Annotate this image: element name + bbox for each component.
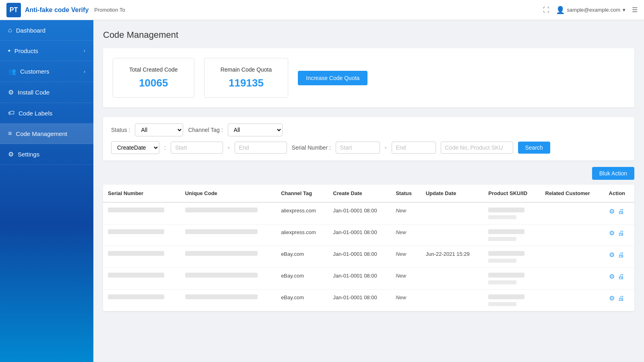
bulk-row: Bluk Action bbox=[103, 167, 634, 180]
cell-related-customer bbox=[541, 202, 604, 224]
remain-quota-card: Remain Code Quota 119135 bbox=[204, 58, 289, 98]
main-content: Code Management Total Created Code 10065… bbox=[93, 20, 644, 362]
serial-dash: - bbox=[385, 144, 387, 151]
search-button[interactable]: Search bbox=[518, 142, 550, 154]
filter-row-1: Status : All New Used Channel Tag : All … bbox=[111, 123, 626, 136]
app-subtitle: Promotion To bbox=[94, 7, 125, 13]
status-select[interactable]: All New Used bbox=[135, 123, 183, 136]
date-start-input[interactable] bbox=[171, 142, 223, 154]
col-create-date: Create Date bbox=[328, 185, 391, 202]
sidebar-item-label-products: Products bbox=[14, 47, 38, 54]
sidebar-item-label-code-labels: Code Labels bbox=[19, 110, 52, 117]
cell-related-customer bbox=[541, 224, 604, 246]
settings-action-icon[interactable]: ⚙ bbox=[609, 229, 615, 237]
sidebar-item-dashboard[interactable]: ⌂ Dashboard bbox=[0, 20, 93, 41]
cell-update-date: Jun-22-2021 15:29 bbox=[421, 246, 484, 268]
cell-product-sku bbox=[483, 246, 540, 268]
channel-label: Channel Tag : bbox=[188, 127, 223, 133]
customers-icon: 👥 bbox=[8, 68, 16, 75]
sidebar-item-code-labels[interactable]: 🏷 Code Labels bbox=[0, 103, 93, 123]
status-label: Status : bbox=[111, 127, 130, 133]
serial-start-input[interactable] bbox=[336, 142, 380, 154]
cell-create-date: Jan-01-0001 08:00 bbox=[328, 268, 391, 290]
channel-select[interactable]: All aliexpress.com eBay.com bbox=[228, 123, 283, 136]
filter-row-2: CreateDate UpdateDate : - Serial Number … bbox=[111, 141, 626, 154]
filter-section: Status : All New Used Channel Tag : All … bbox=[103, 117, 634, 160]
logo-box: PT bbox=[6, 3, 21, 17]
bulk-action-button[interactable]: Bluk Action bbox=[592, 167, 634, 180]
table-row: eBay.comJan-01-0001 08:00New ⚙ 🖨 bbox=[103, 268, 634, 290]
print-action-icon[interactable]: 🖨 bbox=[618, 208, 624, 215]
cell-channel-tag: eBay.com bbox=[276, 268, 328, 290]
cell-action: ⚙ 🖨 bbox=[604, 290, 634, 311]
cell-status: New bbox=[391, 246, 421, 268]
cell-action: ⚙ 🖨 bbox=[604, 268, 634, 290]
sidebar-item-install-code[interactable]: ⚙ Install Code bbox=[0, 82, 93, 103]
cell-update-date bbox=[421, 268, 484, 290]
cell-unique-code bbox=[180, 202, 276, 224]
dashboard-icon: ⌂ bbox=[8, 27, 12, 34]
col-action: Action bbox=[604, 185, 634, 202]
print-action-icon[interactable]: 🖨 bbox=[618, 273, 624, 280]
serial-end-input[interactable] bbox=[392, 142, 436, 154]
hamburger-icon[interactable]: ☰ bbox=[632, 6, 638, 14]
codes-table: Serial Number Unique Code Channel Tag Cr… bbox=[103, 185, 634, 311]
cell-related-customer bbox=[541, 268, 604, 290]
settings-action-icon[interactable]: ⚙ bbox=[609, 251, 615, 259]
cell-serial-number bbox=[103, 246, 180, 268]
settings-action-icon[interactable]: ⚙ bbox=[609, 273, 615, 280]
fullscreen-icon[interactable]: ⛶ bbox=[543, 6, 549, 14]
user-menu[interactable]: 👤 sample@example.com ▾ bbox=[556, 6, 625, 14]
increase-code-quota-button[interactable]: Increase Code Quota bbox=[298, 71, 367, 85]
settings-action-icon[interactable]: ⚙ bbox=[609, 208, 615, 215]
cell-status: New bbox=[391, 268, 421, 290]
logo-text: PT bbox=[10, 6, 18, 14]
cell-create-date: Jan-01-0001 08:00 bbox=[328, 202, 391, 224]
cell-unique-code bbox=[180, 246, 276, 268]
date-end-input[interactable] bbox=[235, 142, 287, 154]
col-channel-tag: Channel Tag bbox=[276, 185, 328, 202]
sidebar-item-customers[interactable]: 👥 Customers › bbox=[0, 61, 93, 82]
cell-unique-code bbox=[180, 268, 276, 290]
user-dropdown-arrow: ▾ bbox=[623, 7, 625, 13]
cell-channel-tag: eBay.com bbox=[276, 290, 328, 311]
table-section: Serial Number Unique Code Channel Tag Cr… bbox=[103, 185, 634, 311]
sidebar-item-label-customers: Customers bbox=[20, 68, 50, 75]
cell-update-date bbox=[421, 290, 484, 311]
sidebar-item-label-code-management: Code Management bbox=[16, 130, 67, 137]
cell-channel-tag: eBay.com bbox=[276, 246, 328, 268]
code-search-input[interactable] bbox=[441, 142, 513, 154]
products-icon: ▪ bbox=[8, 47, 10, 54]
sidebar: ⌂ Dashboard ▪ Products › 👥 Customers › ⚙… bbox=[0, 20, 93, 362]
table-row: aliexpress.comJan-01-0001 08:00New ⚙ 🖨 bbox=[103, 224, 634, 246]
col-status: Status bbox=[391, 185, 421, 202]
header-right: ⛶ 👤 sample@example.com ▾ ☰ bbox=[543, 6, 638, 14]
stats-section: Total Created Code 10065 Remain Code Quo… bbox=[103, 48, 634, 107]
cell-channel-tag: aliexpress.com bbox=[276, 224, 328, 246]
settings-icon: ⚙ bbox=[8, 150, 14, 158]
cell-create-date: Jan-01-0001 08:00 bbox=[328, 246, 391, 268]
layout: ⌂ Dashboard ▪ Products › 👥 Customers › ⚙… bbox=[0, 20, 644, 362]
date-dash: - bbox=[228, 144, 230, 151]
cell-related-customer bbox=[541, 290, 604, 311]
user-icon: 👤 bbox=[556, 6, 565, 14]
total-created-value: 10065 bbox=[129, 77, 178, 89]
sidebar-item-products[interactable]: ▪ Products › bbox=[0, 41, 93, 61]
cell-create-date: Jan-01-0001 08:00 bbox=[328, 290, 391, 311]
table-row: eBay.comJan-01-0001 08:00NewJun-22-2021 … bbox=[103, 246, 634, 268]
products-arrow: › bbox=[84, 48, 85, 53]
app-title: Anti-fake code Verify bbox=[25, 6, 89, 14]
date-type-select[interactable]: CreateDate UpdateDate bbox=[111, 141, 159, 154]
sidebar-item-code-management[interactable]: ≡ Code Management bbox=[0, 123, 93, 144]
page-title: Code Management bbox=[103, 30, 634, 40]
customers-arrow: › bbox=[84, 69, 85, 74]
print-action-icon[interactable]: 🖨 bbox=[618, 230, 624, 237]
cell-update-date bbox=[421, 224, 484, 246]
cell-serial-number bbox=[103, 224, 180, 246]
settings-action-icon[interactable]: ⚙ bbox=[609, 294, 615, 302]
table-header-row: Serial Number Unique Code Channel Tag Cr… bbox=[103, 185, 634, 202]
print-action-icon[interactable]: 🖨 bbox=[618, 295, 624, 302]
print-action-icon[interactable]: 🖨 bbox=[618, 251, 624, 259]
cell-serial-number bbox=[103, 290, 180, 311]
sidebar-item-settings[interactable]: ⚙ Settings bbox=[0, 144, 93, 165]
